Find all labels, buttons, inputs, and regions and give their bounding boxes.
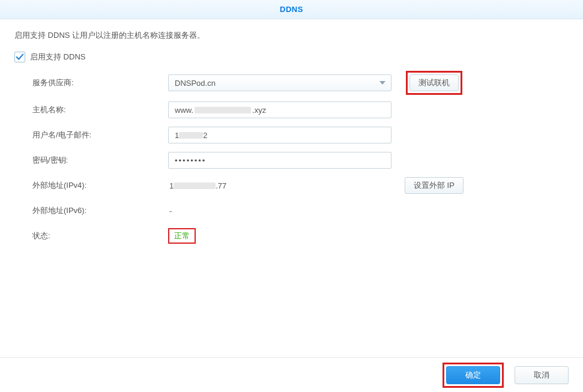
hostname-redacted <box>195 107 251 113</box>
hostname-prefix: www. <box>175 106 193 115</box>
enable-ddns-row: 启用支持 DDNS <box>14 52 569 62</box>
cancel-button[interactable]: 取消 <box>515 366 569 384</box>
ipv6-row: 外部地址(IPv6): - <box>32 201 569 221</box>
dialog-content: 启用支持 DDNS 让用户以注册的主机名称连接服务器。 启用支持 DDNS 服务… <box>0 19 583 246</box>
password-value: •••••••• <box>175 156 206 165</box>
password-input[interactable]: •••••••• <box>168 152 391 169</box>
enable-ddns-checkbox[interactable] <box>14 52 25 62</box>
set-external-ip-button[interactable]: 设置外部 IP <box>405 177 464 194</box>
enable-ddns-label: 启用支持 DDNS <box>30 52 85 62</box>
status-label: 状态: <box>32 231 168 241</box>
ipv4-suffix: .77 <box>216 181 226 190</box>
provider-value: DNSPod.cn <box>175 79 216 88</box>
username-row: 用户名/电子邮件: 1 2 <box>32 125 569 145</box>
status-row: 状态: 正常 <box>32 226 569 246</box>
provider-row: 服务供应商: DNSPod.cn 测试联机 <box>32 71 569 95</box>
test-connection-highlight: 测试联机 <box>406 71 462 95</box>
check-icon <box>16 53 24 61</box>
hostname-suffix: .xyz <box>252 106 266 115</box>
password-row: 密码/密钥: •••••••• <box>32 150 569 170</box>
ipv4-prefix: 1 <box>169 181 174 190</box>
hostname-row: 主机名称: www. .xyz <box>32 100 569 120</box>
ipv4-row: 外部地址(IPv4): 1 .77 设置外部 IP <box>32 175 569 196</box>
username-suffix: 2 <box>203 131 207 140</box>
confirm-button[interactable]: 确定 <box>446 366 500 384</box>
ipv6-label: 外部地址(IPv6): <box>32 205 168 216</box>
username-redacted <box>179 132 203 139</box>
hostname-input[interactable]: www. .xyz <box>168 101 391 118</box>
provider-dropdown[interactable]: DNSPod.cn <box>168 74 391 91</box>
provider-label: 服务供应商: <box>32 77 168 88</box>
description-text: 启用支持 DDNS 让用户以注册的主机名称连接服务器。 <box>14 30 569 41</box>
username-label: 用户名/电子邮件: <box>32 130 168 140</box>
ipv6-value: - <box>168 207 172 216</box>
ipv4-value: 1 .77 <box>168 181 226 190</box>
status-value: 正常 <box>174 231 190 240</box>
dialog-title: DDNS <box>280 5 303 14</box>
ipv4-redacted <box>174 182 216 189</box>
confirm-highlight: 确定 <box>443 363 504 388</box>
password-label: 密码/密钥: <box>32 155 168 166</box>
hostname-label: 主机名称: <box>32 104 168 115</box>
dialog-header: DDNS <box>0 0 583 19</box>
dialog-footer: 确定 取消 <box>0 357 583 392</box>
username-input[interactable]: 1 2 <box>168 127 391 143</box>
form-area: 服务供应商: DNSPod.cn 测试联机 主机名称: www. .xyz 用户… <box>14 71 569 246</box>
status-highlight: 正常 <box>168 228 196 244</box>
test-connection-button[interactable]: 测试联机 <box>409 74 459 91</box>
ipv4-label: 外部地址(IPv4): <box>32 180 168 191</box>
username-prefix: 1 <box>175 131 179 140</box>
